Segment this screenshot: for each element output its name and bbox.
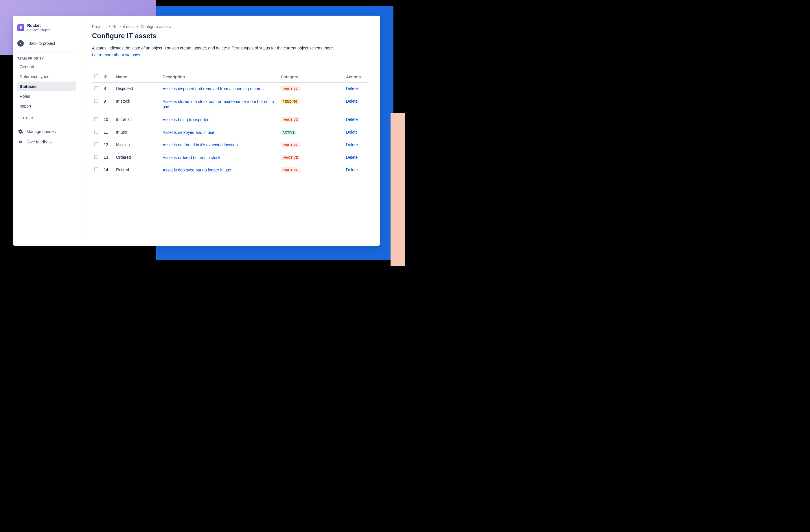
row-name: Ordered — [114, 151, 160, 164]
row-checkbox[interactable] — [94, 155, 98, 159]
status-badge: INACTIVE — [280, 167, 300, 172]
row-name: In stock — [114, 95, 160, 114]
megaphone-icon — [18, 139, 23, 145]
delete-button[interactable]: Delete — [346, 155, 358, 160]
back-arrow-icon — [17, 40, 24, 47]
row-name: Disposed — [114, 82, 160, 95]
row-checkbox[interactable] — [94, 142, 98, 146]
breadcrumb-projects[interactable]: Projects — [92, 24, 107, 29]
breadcrumb-rocket-desk[interactable]: Rocket desk — [112, 24, 134, 29]
status-badge: PENDING — [280, 99, 299, 104]
project-header: Rocket Service Project — [17, 22, 76, 36]
sidebar-item-general[interactable]: General — [17, 62, 76, 72]
sidebar-item-import[interactable]: Import — [17, 101, 76, 111]
manage-queues-button[interactable]: Manage queues — [17, 126, 76, 137]
status-badge: INACTIVE — [280, 155, 300, 160]
table-row: 8DisposedAsset is disposed and removed f… — [92, 82, 369, 95]
row-description-link[interactable]: Asset is being transported — [163, 117, 209, 123]
row-id: 9 — [101, 95, 114, 114]
project-icon — [17, 24, 24, 31]
row-name: In transit — [114, 114, 160, 126]
page-description: A status indicates the state of an objec… — [92, 45, 369, 51]
row-id: 8 — [101, 82, 114, 95]
delete-button[interactable]: Delete — [346, 99, 358, 103]
sidebar-item-reference-types[interactable]: Reference types — [17, 72, 76, 82]
row-description-link[interactable]: Asset is ordered but not in stock — [163, 155, 220, 161]
delete-button[interactable]: Delete — [346, 130, 358, 134]
sidebar: Rocket Service Project Back to project T… — [13, 16, 80, 246]
statuses-table: ID Name Description Category Actions 8Di… — [92, 72, 369, 177]
learn-more-link[interactable]: Learn more about statuses. — [92, 53, 141, 57]
delete-button[interactable]: Delete — [346, 167, 358, 172]
table-row: 13OrderedAsset is ordered but not in sto… — [92, 151, 369, 164]
delete-button[interactable]: Delete — [346, 117, 358, 122]
gear-icon — [18, 129, 23, 134]
col-id: ID — [101, 72, 114, 82]
back-label: Back to project — [28, 41, 55, 46]
page-title: Configure IT assets — [92, 32, 369, 40]
status-badge: ACTIVE — [280, 130, 296, 135]
col-description: Description — [160, 72, 278, 82]
chevron-right-icon — [17, 117, 20, 119]
table-row: 10In transitAsset is being transportedIN… — [92, 114, 369, 126]
status-badge: INACTIVE — [280, 142, 300, 148]
sidebar-item-roles[interactable]: Roles — [17, 92, 76, 101]
col-category: Category — [278, 72, 344, 82]
table-row: 14RetiredAsset is deployed but no longer… — [92, 164, 369, 177]
row-description-link[interactable]: Asset is deployed and in use — [163, 130, 214, 136]
row-name: In use — [114, 126, 160, 139]
row-name: Missing — [114, 139, 160, 151]
row-checkbox[interactable] — [94, 130, 98, 134]
row-checkbox[interactable] — [94, 117, 98, 121]
row-description-link[interactable]: Asset is stored in a stockroom or mainte… — [163, 99, 276, 110]
row-checkbox[interactable] — [94, 99, 98, 103]
row-id: 12 — [101, 139, 114, 151]
sidebar-item-statuses[interactable]: Statuses — [17, 82, 76, 92]
table-row: 12MissingAsset is not found in it's expe… — [92, 139, 369, 151]
back-to-project-button[interactable]: Back to project — [17, 36, 76, 51]
row-checkbox[interactable] — [94, 167, 98, 171]
row-description-link[interactable]: Asset is disposed and removed from accou… — [163, 86, 263, 92]
rocket-icon — [19, 26, 23, 30]
row-description-link[interactable]: Asset is not found in it's expected loca… — [163, 142, 238, 148]
breadcrumb: Projects / Rocket desk / Configure asset… — [92, 24, 369, 29]
row-checkbox[interactable] — [94, 86, 98, 90]
give-feedback-button[interactable]: Give feedback — [17, 137, 76, 147]
status-badge: INACTIVE — [280, 86, 300, 92]
row-id: 11 — [101, 126, 114, 139]
app-window: Rocket Service Project Back to project T… — [13, 16, 380, 246]
col-actions: Actions — [344, 72, 369, 82]
col-name: Name — [114, 72, 160, 82]
row-id: 13 — [101, 151, 114, 164]
main-content: Projects / Rocket desk / Configure asset… — [80, 16, 380, 246]
section-other[interactable]: OTHER — [17, 111, 76, 121]
project-title: Rocket — [27, 23, 51, 28]
status-badge: INACTIVE — [280, 117, 300, 122]
delete-button[interactable]: Delete — [346, 142, 358, 147]
row-description-link[interactable]: Asset is deployed but no longer in use — [163, 167, 231, 173]
select-all-checkbox[interactable] — [94, 74, 98, 78]
row-id: 10 — [101, 114, 114, 126]
row-id: 14 — [101, 164, 114, 177]
project-subtitle: Service Project — [27, 28, 51, 32]
delete-button[interactable]: Delete — [346, 86, 358, 91]
table-row: 11In useAsset is deployed and in useACTI… — [92, 126, 369, 139]
row-name: Retired — [114, 164, 160, 177]
breadcrumb-configure-assets[interactable]: Configure assets — [140, 24, 171, 29]
table-row: 9In stockAsset is stored in a stockroom … — [92, 95, 369, 114]
section-team-priority: TEAM PRIORITY — [17, 51, 76, 62]
